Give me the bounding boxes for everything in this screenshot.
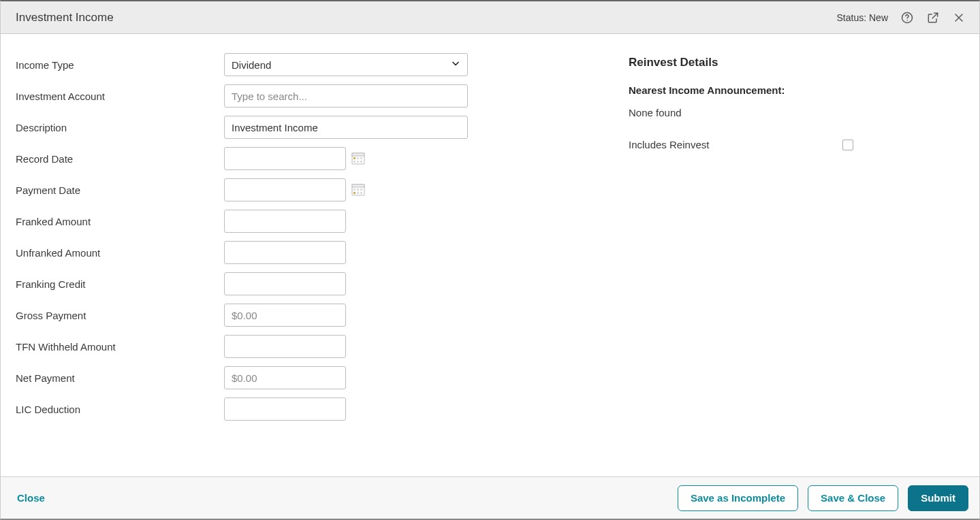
save-incomplete-button[interactable]: Save as Incomplete [678,485,798,511]
unfranked-amount-label: Unfranked Amount [16,247,224,259]
income-type-select[interactable] [224,53,468,76]
form-column: Income Type Investment Account Descripti… [16,53,629,463]
unfranked-amount-input[interactable] [224,241,346,264]
svg-rect-11 [352,184,364,187]
net-payment-input[interactable] [224,366,346,389]
svg-rect-8 [357,161,359,163]
calendar-icon[interactable] [351,183,365,197]
record-date-input[interactable] [224,147,346,170]
tfn-withheld-label: TFN Withheld Amount [16,341,224,353]
svg-point-1 [906,20,908,21]
dialog-content: Income Type Investment Account Descripti… [1,34,979,476]
dialog-header: Investment Income Status: New [1,1,979,34]
franked-amount-label: Franked Amount [16,216,224,227]
tfn-withheld-input[interactable] [224,335,346,358]
svg-rect-9 [360,161,362,163]
save-close-button[interactable]: Save & Close [808,485,898,511]
reinvest-title: Reinvest Details [629,56,942,69]
svg-rect-5 [357,157,359,159]
status-label: Status: New [837,12,888,23]
description-label: Description [16,122,224,133]
franked-amount-input[interactable] [224,210,346,233]
record-date-label: Record Date [16,153,224,165]
description-input[interactable] [224,116,468,139]
svg-rect-7 [353,161,355,163]
calendar-icon[interactable] [351,152,365,165]
lic-deduction-label: LIC Deduction [16,404,224,415]
income-type-label: Income Type [16,59,224,71]
help-icon[interactable] [900,11,914,25]
lic-deduction-input[interactable] [224,397,346,421]
header-icons [900,11,966,25]
svg-rect-14 [360,189,362,191]
svg-rect-13 [357,189,359,191]
gross-payment-label: Gross Payment [16,310,224,321]
investment-account-input[interactable] [224,84,468,108]
announcement-label: Nearest Income Announcement: [629,84,942,96]
payment-date-label: Payment Date [16,184,224,196]
svg-rect-12 [353,189,355,191]
svg-rect-15 [353,192,355,194]
svg-rect-17 [360,192,362,194]
svg-rect-3 [352,153,364,156]
franking-credit-input[interactable] [224,272,346,295]
popout-icon[interactable] [926,11,940,25]
investment-account-label: Investment Account [16,91,224,102]
dialog-title: Investment Income [16,11,837,25]
svg-rect-4 [353,157,355,159]
includes-reinvest-checkbox[interactable] [842,140,853,150]
includes-reinvest-label: Includes Reinvest [629,139,709,150]
reinvest-panel: Reinvest Details Nearest Income Announce… [629,53,942,463]
dialog-footer: Close Save as Incomplete Save & Close Su… [1,476,979,519]
close-button[interactable]: Close [17,492,45,504]
franking-credit-label: Franking Credit [16,278,224,290]
submit-button[interactable]: Submit [908,485,968,511]
announcement-value: None found [629,107,942,118]
close-icon[interactable] [952,11,966,25]
gross-payment-input[interactable] [224,304,346,327]
svg-rect-16 [357,192,359,194]
payment-date-input[interactable] [224,178,346,201]
svg-rect-6 [360,157,362,159]
net-payment-label: Net Payment [16,372,224,384]
